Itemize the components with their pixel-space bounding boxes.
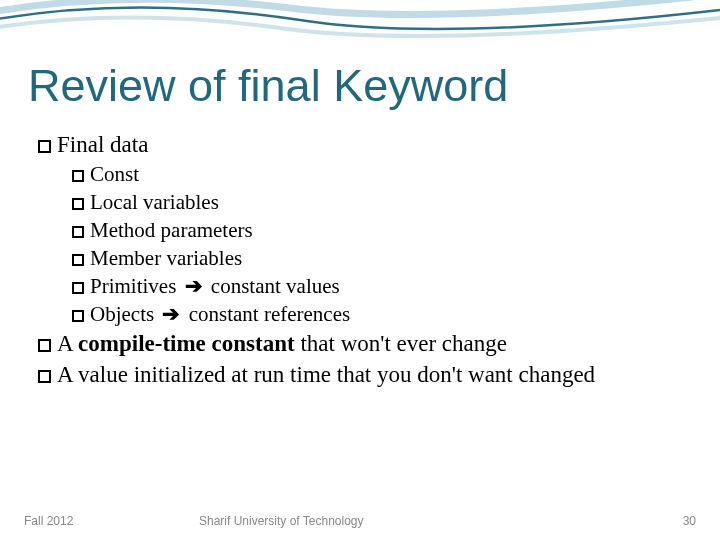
bullet-text-bold: compile-time constant: [78, 331, 295, 356]
subbullet-objects: Objects ➔ constant references: [72, 301, 690, 328]
bullet-text: A: [57, 331, 78, 356]
square-bullet-icon: [38, 140, 51, 153]
square-bullet-icon: [72, 170, 84, 182]
bullet-text: that won't ever change: [295, 331, 507, 356]
bullet-text: Const: [90, 162, 139, 186]
subbullet-primitives: Primitives ➔ constant values: [72, 273, 690, 300]
square-bullet-icon: [38, 339, 51, 352]
bullet-compile-time: A compile-time constant that won't ever …: [38, 329, 690, 358]
bullet-text: Primitives: [90, 274, 176, 298]
bullet-text: Objects: [90, 302, 154, 326]
footer-left: Fall 2012: [24, 514, 73, 528]
subbullet-const: Const: [72, 161, 690, 188]
bullet-text: Member variables: [90, 246, 242, 270]
square-bullet-icon: [72, 310, 84, 322]
bullet-text: Local variables: [90, 190, 219, 214]
bullet-text: Method parameters: [90, 218, 253, 242]
decorative-swoosh: [0, 0, 720, 60]
square-bullet-icon: [72, 282, 84, 294]
bullet-text: constant values: [211, 274, 340, 298]
bullet-text: A value initialized at run time that you…: [57, 362, 595, 387]
footer-page-number: 30: [683, 514, 696, 528]
bullet-runtime: A value initialized at run time that you…: [38, 360, 690, 389]
arrow-icon: ➔: [185, 273, 203, 300]
square-bullet-icon: [72, 226, 84, 238]
square-bullet-icon: [72, 198, 84, 210]
subbullet-local-vars: Local variables: [72, 189, 690, 216]
bullet-text: Final data: [57, 132, 148, 157]
footer-mid: Sharif University of Technology: [199, 514, 364, 528]
bullet-final-data: Final data: [38, 130, 690, 159]
subbullet-member-vars: Member variables: [72, 245, 690, 272]
slide-footer: Fall 2012 Sharif University of Technolog…: [24, 514, 696, 528]
arrow-icon: ➔: [162, 301, 180, 328]
bullet-text: constant references: [189, 302, 351, 326]
subbullet-method-params: Method parameters: [72, 217, 690, 244]
slide-body: Final data Const Local variables Method …: [38, 130, 690, 392]
square-bullet-icon: [72, 254, 84, 266]
slide-title: Review of final Keyword: [28, 60, 508, 112]
square-bullet-icon: [38, 370, 51, 383]
